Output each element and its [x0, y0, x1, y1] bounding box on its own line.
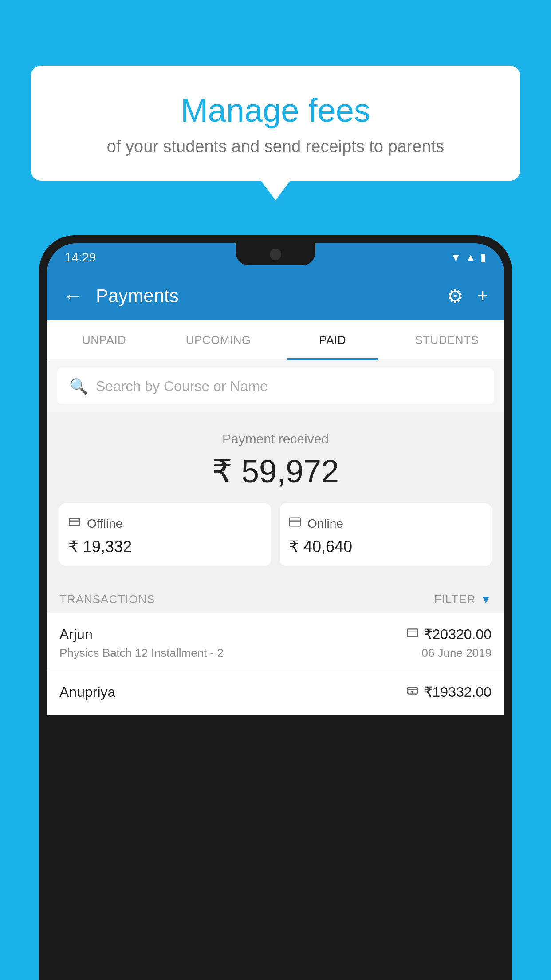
back-button[interactable]: ←: [63, 285, 83, 307]
payment-total-amount: ₹ 59,972: [59, 453, 492, 490]
tab-upcoming[interactable]: UPCOMING: [161, 320, 276, 360]
offline-icon: [68, 516, 81, 531]
table-row[interactable]: Arjun ₹20320.00 Physics: [47, 613, 504, 671]
tab-students[interactable]: STUDENTS: [390, 320, 504, 360]
svg-text:₹: ₹: [410, 690, 413, 695]
wifi-icon: ▼: [450, 251, 461, 264]
online-card-header: Online: [289, 516, 483, 531]
status-time: 14:29: [65, 250, 96, 265]
payment-summary: Payment received ₹ 59,972 Offli: [47, 412, 504, 583]
transactions-header: TRANSACTIONS FILTER ▼: [47, 583, 504, 613]
svg-rect-0: [69, 518, 79, 526]
offline-card-header: Offline: [68, 516, 262, 531]
transaction-course: Physics Batch 12 Installment - 2: [59, 646, 224, 660]
app-bar-actions: ⚙ +: [447, 285, 488, 307]
svg-rect-2: [289, 518, 301, 526]
transaction-name: Arjun: [59, 626, 93, 643]
credit-card-icon: [407, 627, 418, 642]
settings-icon[interactable]: ⚙: [447, 285, 464, 307]
filter-container[interactable]: FILTER ▼: [434, 593, 492, 606]
phone-notch: [236, 243, 315, 265]
table-row[interactable]: Anupriya ₹ ₹19332.00: [47, 671, 504, 715]
search-icon: 🔍: [69, 377, 88, 395]
online-payment-card: Online ₹ 40,640: [280, 503, 492, 566]
transaction-name: Anupriya: [59, 684, 115, 700]
bubble-subtitle: of your students and send receipts to pa…: [58, 137, 493, 156]
offline-payment-card: Offline ₹ 19,332: [59, 503, 271, 566]
search-input[interactable]: Search by Course or Name: [96, 378, 268, 395]
transaction-list: Arjun ₹20320.00 Physics: [47, 613, 504, 715]
offline-amount: ₹ 19,332: [68, 537, 262, 556]
transaction-amount-container: ₹ ₹19332.00: [407, 684, 492, 700]
battery-icon: ▮: [480, 251, 486, 264]
search-bar[interactable]: 🔍 Search by Course or Name: [57, 368, 494, 404]
speech-bubble: Manage fees of your students and send re…: [31, 66, 520, 181]
online-icon: [289, 516, 301, 531]
page-title: Payments: [96, 285, 433, 307]
filter-icon: ▼: [480, 593, 492, 606]
bubble-title: Manage fees: [58, 92, 493, 128]
camera-icon: [270, 249, 281, 260]
online-amount: ₹ 40,640: [289, 537, 483, 556]
svg-rect-4: [407, 629, 418, 636]
screen-body: 🔍 Search by Course or Name Payment recei…: [47, 360, 504, 715]
payment-cards: Offline ₹ 19,332: [59, 503, 492, 566]
transaction-row-bottom: Physics Batch 12 Installment - 2 06 June…: [59, 646, 492, 660]
search-container: 🔍 Search by Course or Name: [47, 360, 504, 412]
add-button[interactable]: +: [477, 285, 488, 307]
tabs: UNPAID UPCOMING PAID STUDENTS: [47, 320, 504, 360]
speech-bubble-container: Manage fees of your students and send re…: [31, 66, 520, 181]
tab-unpaid[interactable]: UNPAID: [47, 320, 161, 360]
app-bar: ← Payments ⚙ +: [47, 272, 504, 320]
filter-label: FILTER: [434, 593, 476, 606]
payment-received-label: Payment received: [59, 431, 492, 447]
online-label: Online: [307, 517, 343, 531]
tab-paid[interactable]: PAID: [276, 320, 390, 360]
phone-inner: 14:29 ▼ ▲ ▮ ← Payments ⚙ + UNPAID UPCOMI…: [47, 243, 504, 980]
transaction-date: 06 June 2019: [421, 646, 492, 660]
transactions-label: TRANSACTIONS: [59, 593, 155, 606]
transaction-row-top: Arjun ₹20320.00: [59, 626, 492, 643]
offline-label: Offline: [87, 517, 122, 531]
transaction-row-top: Anupriya ₹ ₹19332.00: [59, 684, 492, 700]
status-icons: ▼ ▲ ▮: [450, 251, 486, 264]
rupee-icon: ₹: [407, 685, 418, 699]
transaction-amount-container: ₹20320.00: [407, 626, 492, 643]
transaction-amount: ₹19332.00: [424, 684, 492, 700]
signal-icon: ▲: [465, 251, 476, 264]
transaction-amount: ₹20320.00: [424, 626, 492, 643]
phone-device: 14:29 ▼ ▲ ▮ ← Payments ⚙ + UNPAID UPCOMI…: [39, 235, 512, 980]
